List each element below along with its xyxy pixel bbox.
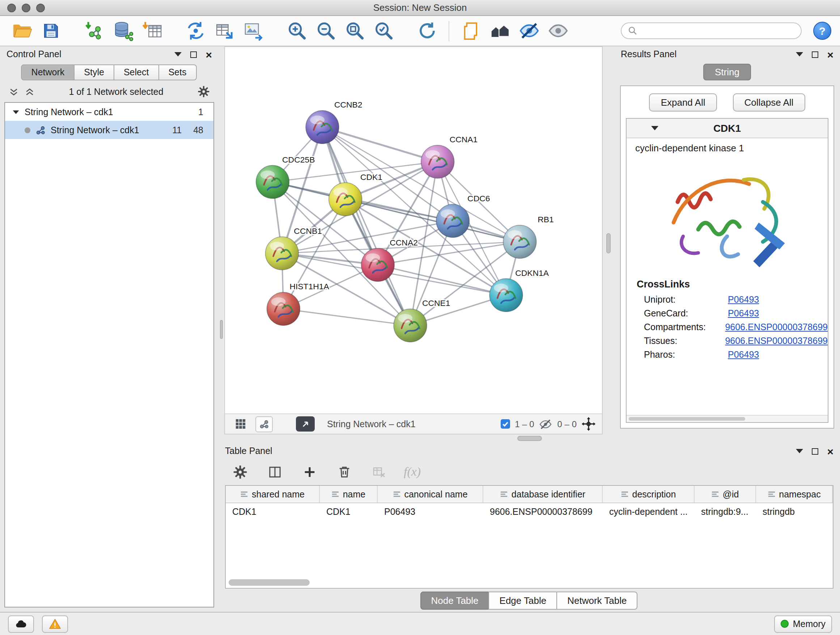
column-header-name[interactable]: name — [320, 486, 378, 502]
zoom-out-icon[interactable] — [313, 18, 339, 44]
expand-all-chevrons-icon[interactable] — [25, 87, 35, 97]
zoom-selected-icon[interactable] — [370, 18, 396, 44]
show-all-eye-icon[interactable] — [545, 18, 571, 44]
window-minimize-button[interactable] — [22, 3, 30, 12]
table-horizontal-scrollbar[interactable] — [229, 579, 309, 586]
column-header-description[interactable]: description — [603, 486, 695, 502]
tab-edge-table[interactable]: Edge Table — [489, 591, 557, 609]
tree-expand-icon[interactable] — [13, 110, 19, 114]
crosslink-link[interactable]: P06493 — [728, 349, 759, 359]
delete-column-trash-icon[interactable] — [334, 462, 355, 482]
column-header-namespace[interactable]: namespac — [756, 486, 833, 502]
crosslink-link[interactable]: 9606.ENSP00000378699 — [725, 322, 828, 332]
cell-database-identifier[interactable]: 9606.ENSP00000378699 — [483, 503, 603, 521]
network-edge[interactable] — [346, 199, 520, 242]
show-columns-icon[interactable] — [265, 462, 285, 482]
help-button[interactable]: ? — [813, 22, 831, 40]
cell-name[interactable]: CDK1 — [320, 503, 378, 521]
column-header-canonical-name[interactable]: canonical name — [378, 486, 483, 502]
collapse-entry-icon[interactable] — [651, 126, 658, 130]
splitter-grip[interactable] — [220, 320, 223, 339]
network-node-HIST1H1A[interactable]: HIST1H1A — [267, 282, 330, 325]
network-node-RB1[interactable]: RB1 — [503, 215, 554, 258]
import-network-file-icon[interactable] — [81, 18, 107, 44]
crosslink-link[interactable]: 9606.ENSP00000378699 — [725, 336, 828, 346]
network-edge[interactable] — [322, 127, 410, 325]
network-results-splitter[interactable] — [603, 46, 614, 434]
network-from-selection-icon[interactable] — [182, 18, 208, 44]
control-network-splitter[interactable] — [218, 46, 224, 434]
open-session-icon[interactable] — [9, 18, 35, 44]
table-row[interactable]: CDK1 CDK1 P06493 9606.ENSP00000378699 cy… — [226, 503, 833, 521]
column-header-shared-name[interactable]: shared name — [226, 486, 320, 502]
import-network-database-icon[interactable] — [110, 18, 136, 44]
splitter-grip[interactable] — [517, 436, 542, 441]
collapse-all-chevrons-icon[interactable] — [9, 87, 19, 97]
splitter-grip[interactable] — [606, 233, 611, 253]
tab-sets[interactable]: Sets — [158, 65, 196, 80]
cell-id[interactable]: stringdb:9... — [695, 503, 756, 521]
add-column-icon[interactable] — [300, 462, 320, 482]
zoom-in-icon[interactable] — [284, 18, 309, 44]
cell-shared-name[interactable]: CDK1 — [226, 503, 320, 521]
pan-crosshair-icon[interactable] — [582, 417, 595, 431]
network-edge[interactable] — [283, 309, 410, 325]
copy-document-icon[interactable] — [458, 18, 484, 44]
column-header-database-identifier[interactable]: database identifier — [483, 486, 603, 502]
cell-canonical-name[interactable]: P06493 — [378, 503, 483, 521]
results-panel-float-icon[interactable] — [812, 51, 818, 57]
crosslink-link[interactable]: P06493 — [728, 295, 759, 304]
network-node-CCNE1[interactable]: CCNE1 — [393, 298, 450, 342]
results-panel-close-icon[interactable]: × — [827, 49, 834, 60]
column-header-id[interactable]: @id — [695, 486, 756, 502]
function-builder-icon[interactable]: f(x) — [404, 465, 421, 479]
window-close-button[interactable] — [7, 3, 16, 12]
warnings-button[interactable] — [42, 615, 68, 632]
network-node-CDKN1A[interactable]: CDKN1A — [489, 268, 549, 312]
search-input[interactable] — [642, 25, 794, 36]
table-panel-splitter[interactable] — [218, 434, 840, 443]
home-views-icon[interactable] — [487, 18, 513, 44]
delete-table-icon[interactable] — [369, 462, 389, 482]
network-options-gear-icon[interactable] — [197, 86, 210, 98]
network-node-CCNB1[interactable]: CCNB1 — [265, 226, 322, 270]
expand-all-button[interactable]: Expand All — [649, 93, 717, 111]
cloud-button[interactable] — [8, 615, 34, 632]
tab-network-table[interactable]: Network Table — [556, 591, 638, 609]
selected-checkbox-icon[interactable] — [500, 419, 510, 429]
string-tab[interactable]: String — [703, 64, 751, 80]
birdseye-network-icon[interactable] — [256, 416, 273, 432]
crosslink-link[interactable]: P06493 — [728, 308, 759, 318]
network-node-CDC6[interactable]: CDC6 — [436, 194, 490, 238]
network-node-CDK1[interactable]: CDK1 — [329, 172, 382, 216]
tab-style[interactable]: Style — [74, 65, 114, 80]
table-options-gear-icon[interactable] — [230, 462, 250, 482]
control-panel-close-icon[interactable]: × — [205, 49, 212, 60]
collapse-all-button[interactable]: Collapse All — [733, 93, 805, 111]
cell-namespace[interactable]: stringdb — [756, 503, 833, 521]
memory-button[interactable]: Memory — [774, 615, 832, 632]
table-panel-close-icon[interactable]: × — [827, 446, 834, 456]
cell-description[interactable]: cyclin-dependent ... — [603, 503, 695, 521]
zoom-fit-icon[interactable] — [341, 18, 368, 44]
control-panel-menu-icon[interactable] — [174, 52, 182, 57]
network-row[interactable]: String Network – cdk1 11 48 — [5, 121, 213, 139]
tab-network[interactable]: Network — [21, 65, 75, 80]
results-panel-menu-icon[interactable] — [796, 52, 803, 57]
refresh-icon[interactable] — [414, 18, 440, 44]
tab-node-table[interactable]: Node Table — [420, 591, 489, 609]
window-zoom-button[interactable] — [36, 3, 45, 12]
table-panel-menu-icon[interactable] — [796, 449, 803, 453]
detach-view-icon[interactable] — [296, 416, 315, 432]
grid-view-icon[interactable] — [232, 416, 249, 432]
network-node-CCNA1[interactable]: CCNA1 — [421, 135, 477, 179]
import-table-icon[interactable] — [139, 18, 165, 44]
export-image-icon[interactable] — [240, 18, 266, 44]
tab-select[interactable]: Select — [114, 65, 159, 80]
network-graph[interactable]: CCNB2CCNA1CDC25BCDK1CDC6RB1CCNB1CCNA2CDK… — [225, 47, 602, 413]
save-session-icon[interactable] — [38, 18, 64, 44]
network-edge[interactable] — [322, 127, 438, 162]
network-canvas[interactable]: CCNB2CCNA1CDC25BCDK1CDC6RB1CCNB1CCNA2CDK… — [225, 47, 602, 413]
protein-card-header[interactable]: CDK1 — [627, 119, 828, 138]
hide-selected-eye-slash-icon[interactable] — [516, 18, 542, 44]
